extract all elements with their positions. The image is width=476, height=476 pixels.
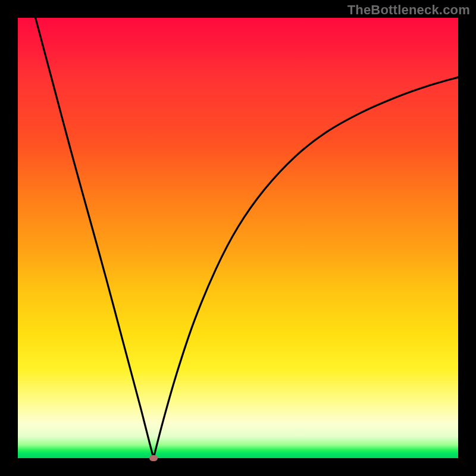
curve-right-branch [154,77,458,458]
curve-left-branch [36,18,154,458]
watermark-text: TheBottleneck.com [347,2,470,18]
minimum-marker [149,455,158,461]
plot-area [18,18,458,458]
chart-frame: TheBottleneck.com [0,0,476,476]
bottleneck-curve [18,18,458,458]
